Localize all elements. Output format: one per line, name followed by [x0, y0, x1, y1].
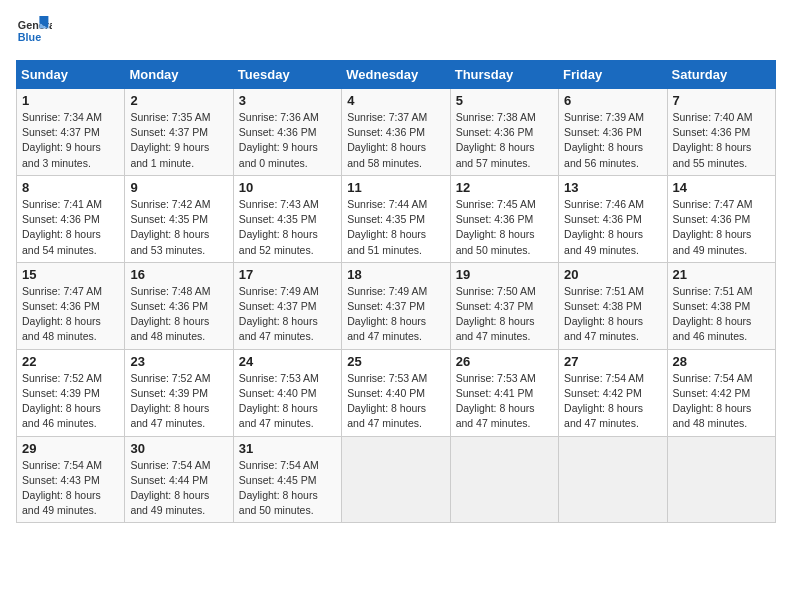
day-number: 12 — [456, 180, 553, 195]
day-number: 2 — [130, 93, 227, 108]
weekday-header-tuesday: Tuesday — [233, 61, 341, 89]
day-detail: Sunrise: 7:35 AM Sunset: 4:37 PM Dayligh… — [130, 110, 227, 171]
day-number: 4 — [347, 93, 444, 108]
calendar-cell — [667, 436, 775, 523]
calendar-cell: 30 Sunrise: 7:54 AM Sunset: 4:44 PM Dayl… — [125, 436, 233, 523]
day-number: 23 — [130, 354, 227, 369]
day-detail: Sunrise: 7:52 AM Sunset: 4:39 PM Dayligh… — [22, 371, 119, 432]
day-number: 24 — [239, 354, 336, 369]
day-number: 3 — [239, 93, 336, 108]
calendar-cell: 29 Sunrise: 7:54 AM Sunset: 4:43 PM Dayl… — [17, 436, 125, 523]
day-detail: Sunrise: 7:38 AM Sunset: 4:36 PM Dayligh… — [456, 110, 553, 171]
week-row-2: 8 Sunrise: 7:41 AM Sunset: 4:36 PM Dayli… — [17, 175, 776, 262]
calendar-cell: 11 Sunrise: 7:44 AM Sunset: 4:35 PM Dayl… — [342, 175, 450, 262]
calendar-cell: 8 Sunrise: 7:41 AM Sunset: 4:36 PM Dayli… — [17, 175, 125, 262]
day-number: 21 — [673, 267, 770, 282]
calendar-table: SundayMondayTuesdayWednesdayThursdayFrid… — [16, 60, 776, 523]
day-number: 1 — [22, 93, 119, 108]
day-number: 26 — [456, 354, 553, 369]
day-number: 5 — [456, 93, 553, 108]
calendar-cell: 5 Sunrise: 7:38 AM Sunset: 4:36 PM Dayli… — [450, 89, 558, 176]
day-number: 11 — [347, 180, 444, 195]
calendar-cell: 14 Sunrise: 7:47 AM Sunset: 4:36 PM Dayl… — [667, 175, 775, 262]
day-detail: Sunrise: 7:48 AM Sunset: 4:36 PM Dayligh… — [130, 284, 227, 345]
calendar-cell: 13 Sunrise: 7:46 AM Sunset: 4:36 PM Dayl… — [559, 175, 667, 262]
day-detail: Sunrise: 7:54 AM Sunset: 4:43 PM Dayligh… — [22, 458, 119, 519]
week-row-4: 22 Sunrise: 7:52 AM Sunset: 4:39 PM Dayl… — [17, 349, 776, 436]
calendar-cell — [342, 436, 450, 523]
logo-icon: GeneralBlue — [16, 16, 52, 52]
logo: GeneralBlue — [16, 16, 52, 52]
day-detail: Sunrise: 7:54 AM Sunset: 4:42 PM Dayligh… — [564, 371, 661, 432]
calendar-cell: 19 Sunrise: 7:50 AM Sunset: 4:37 PM Dayl… — [450, 262, 558, 349]
calendar-cell: 21 Sunrise: 7:51 AM Sunset: 4:38 PM Dayl… — [667, 262, 775, 349]
day-number: 22 — [22, 354, 119, 369]
day-detail: Sunrise: 7:44 AM Sunset: 4:35 PM Dayligh… — [347, 197, 444, 258]
calendar-cell — [450, 436, 558, 523]
weekday-header-thursday: Thursday — [450, 61, 558, 89]
day-detail: Sunrise: 7:47 AM Sunset: 4:36 PM Dayligh… — [673, 197, 770, 258]
calendar-cell: 17 Sunrise: 7:49 AM Sunset: 4:37 PM Dayl… — [233, 262, 341, 349]
day-detail: Sunrise: 7:40 AM Sunset: 4:36 PM Dayligh… — [673, 110, 770, 171]
day-detail: Sunrise: 7:43 AM Sunset: 4:35 PM Dayligh… — [239, 197, 336, 258]
day-detail: Sunrise: 7:45 AM Sunset: 4:36 PM Dayligh… — [456, 197, 553, 258]
weekday-header-saturday: Saturday — [667, 61, 775, 89]
day-detail: Sunrise: 7:36 AM Sunset: 4:36 PM Dayligh… — [239, 110, 336, 171]
day-detail: Sunrise: 7:53 AM Sunset: 4:41 PM Dayligh… — [456, 371, 553, 432]
day-detail: Sunrise: 7:34 AM Sunset: 4:37 PM Dayligh… — [22, 110, 119, 171]
day-detail: Sunrise: 7:53 AM Sunset: 4:40 PM Dayligh… — [347, 371, 444, 432]
day-detail: Sunrise: 7:49 AM Sunset: 4:37 PM Dayligh… — [347, 284, 444, 345]
day-number: 20 — [564, 267, 661, 282]
day-detail: Sunrise: 7:52 AM Sunset: 4:39 PM Dayligh… — [130, 371, 227, 432]
day-number: 31 — [239, 441, 336, 456]
day-number: 9 — [130, 180, 227, 195]
day-number: 7 — [673, 93, 770, 108]
day-number: 29 — [22, 441, 119, 456]
svg-text:Blue: Blue — [18, 31, 41, 43]
calendar-cell: 23 Sunrise: 7:52 AM Sunset: 4:39 PM Dayl… — [125, 349, 233, 436]
day-detail: Sunrise: 7:42 AM Sunset: 4:35 PM Dayligh… — [130, 197, 227, 258]
day-number: 6 — [564, 93, 661, 108]
calendar-cell: 25 Sunrise: 7:53 AM Sunset: 4:40 PM Dayl… — [342, 349, 450, 436]
calendar-cell: 7 Sunrise: 7:40 AM Sunset: 4:36 PM Dayli… — [667, 89, 775, 176]
day-detail: Sunrise: 7:54 AM Sunset: 4:45 PM Dayligh… — [239, 458, 336, 519]
day-number: 19 — [456, 267, 553, 282]
day-detail: Sunrise: 7:46 AM Sunset: 4:36 PM Dayligh… — [564, 197, 661, 258]
day-detail: Sunrise: 7:41 AM Sunset: 4:36 PM Dayligh… — [22, 197, 119, 258]
day-detail: Sunrise: 7:39 AM Sunset: 4:36 PM Dayligh… — [564, 110, 661, 171]
day-detail: Sunrise: 7:54 AM Sunset: 4:42 PM Dayligh… — [673, 371, 770, 432]
calendar-cell: 24 Sunrise: 7:53 AM Sunset: 4:40 PM Dayl… — [233, 349, 341, 436]
day-number: 25 — [347, 354, 444, 369]
calendar-cell: 31 Sunrise: 7:54 AM Sunset: 4:45 PM Dayl… — [233, 436, 341, 523]
day-detail: Sunrise: 7:50 AM Sunset: 4:37 PM Dayligh… — [456, 284, 553, 345]
weekday-header-sunday: Sunday — [17, 61, 125, 89]
day-number: 27 — [564, 354, 661, 369]
calendar-cell — [559, 436, 667, 523]
week-row-3: 15 Sunrise: 7:47 AM Sunset: 4:36 PM Dayl… — [17, 262, 776, 349]
calendar-cell: 2 Sunrise: 7:35 AM Sunset: 4:37 PM Dayli… — [125, 89, 233, 176]
page-header: GeneralBlue — [16, 16, 776, 52]
day-detail: Sunrise: 7:53 AM Sunset: 4:40 PM Dayligh… — [239, 371, 336, 432]
day-number: 15 — [22, 267, 119, 282]
day-number: 16 — [130, 267, 227, 282]
calendar-cell: 26 Sunrise: 7:53 AM Sunset: 4:41 PM Dayl… — [450, 349, 558, 436]
weekday-header-wednesday: Wednesday — [342, 61, 450, 89]
day-detail: Sunrise: 7:37 AM Sunset: 4:36 PM Dayligh… — [347, 110, 444, 171]
day-detail: Sunrise: 7:54 AM Sunset: 4:44 PM Dayligh… — [130, 458, 227, 519]
day-number: 10 — [239, 180, 336, 195]
day-detail: Sunrise: 7:51 AM Sunset: 4:38 PM Dayligh… — [564, 284, 661, 345]
day-detail: Sunrise: 7:51 AM Sunset: 4:38 PM Dayligh… — [673, 284, 770, 345]
calendar-cell: 1 Sunrise: 7:34 AM Sunset: 4:37 PM Dayli… — [17, 89, 125, 176]
calendar-cell: 9 Sunrise: 7:42 AM Sunset: 4:35 PM Dayli… — [125, 175, 233, 262]
weekday-header-friday: Friday — [559, 61, 667, 89]
calendar-cell: 16 Sunrise: 7:48 AM Sunset: 4:36 PM Dayl… — [125, 262, 233, 349]
day-number: 28 — [673, 354, 770, 369]
calendar-cell: 6 Sunrise: 7:39 AM Sunset: 4:36 PM Dayli… — [559, 89, 667, 176]
day-detail: Sunrise: 7:47 AM Sunset: 4:36 PM Dayligh… — [22, 284, 119, 345]
calendar-cell: 3 Sunrise: 7:36 AM Sunset: 4:36 PM Dayli… — [233, 89, 341, 176]
calendar-cell: 12 Sunrise: 7:45 AM Sunset: 4:36 PM Dayl… — [450, 175, 558, 262]
weekday-header-monday: Monday — [125, 61, 233, 89]
week-row-1: 1 Sunrise: 7:34 AM Sunset: 4:37 PM Dayli… — [17, 89, 776, 176]
day-number: 14 — [673, 180, 770, 195]
calendar-cell: 10 Sunrise: 7:43 AM Sunset: 4:35 PM Dayl… — [233, 175, 341, 262]
